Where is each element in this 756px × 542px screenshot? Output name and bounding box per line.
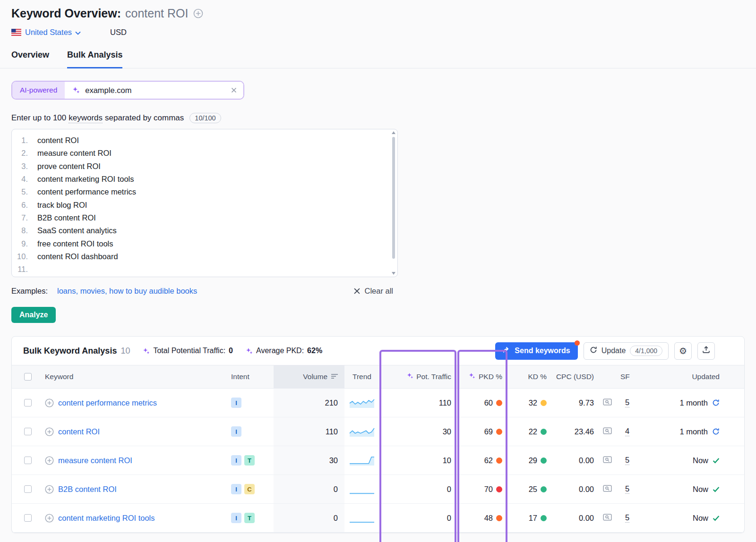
- intent-badge-i: I: [231, 398, 241, 408]
- table-header: Keyword Intent Volume Trend Pot. Traffic…: [12, 365, 744, 389]
- keyword-link[interactable]: content marketing ROI tools: [58, 514, 155, 523]
- page-header: Keyword Overview: content ROI United Sta…: [0, 0, 756, 37]
- sf-value[interactable]: 5: [625, 484, 629, 494]
- kd-value: 17: [529, 514, 537, 523]
- add-keyword-icon[interactable]: [45, 485, 54, 494]
- tab-overview[interactable]: Overview: [11, 50, 49, 68]
- trend-cell: [344, 417, 379, 446]
- clear-input-icon[interactable]: [231, 87, 237, 93]
- panel-header: Bulk Keyword Analysis 10 Total Potential…: [12, 337, 744, 365]
- sf-cell: 5: [618, 475, 639, 503]
- ads-history-icon[interactable]: [603, 398, 612, 407]
- pkd-dot: [496, 457, 502, 464]
- update-button[interactable]: Update 4/1,000: [584, 342, 669, 360]
- col-pot-traffic: Pot. Traffic: [379, 365, 457, 388]
- keyword-link[interactable]: content ROI: [58, 427, 100, 436]
- settings-button[interactable]: ⚙: [674, 342, 692, 360]
- scrollbar[interactable]: [391, 130, 396, 276]
- keyword-link[interactable]: B2B content ROI: [58, 485, 117, 494]
- domain-input[interactable]: example.com: [65, 82, 243, 99]
- scroll-down-arrow[interactable]: [392, 272, 395, 275]
- updated-value: 1 month: [679, 427, 708, 436]
- col-pot-traffic-label: Pot. Traffic: [416, 373, 451, 381]
- pot-traffic-cell: 0: [379, 475, 457, 503]
- keyword-line: 5.content performance metrics: [12, 186, 397, 198]
- add-keyword-icon[interactable]: [45, 514, 54, 523]
- scrollbar-thumb[interactable]: [392, 137, 395, 259]
- keyword-link[interactable]: measure content ROI: [58, 456, 132, 465]
- sf-cell: 4: [618, 417, 639, 446]
- country-selector[interactable]: United States: [25, 28, 81, 37]
- sf-value[interactable]: 4: [625, 427, 629, 436]
- refresh-icon[interactable]: [712, 399, 720, 406]
- kd-value: 29: [529, 456, 537, 465]
- avg-pkd-value: 62%: [307, 347, 322, 355]
- table-body: content performance metrics I 210 110 60…: [12, 389, 744, 533]
- ads-history-icon[interactable]: [603, 485, 612, 494]
- ads-history-icon[interactable]: [603, 456, 612, 465]
- ads-history-icon[interactable]: [603, 514, 612, 523]
- col-pkd-label: PKD %: [479, 373, 502, 381]
- kd-cell: 17: [508, 504, 551, 532]
- add-keyword-icon[interactable]: [45, 456, 54, 465]
- country-label: United States: [25, 28, 72, 37]
- col-updated-label: Updated: [692, 373, 720, 381]
- col-volume[interactable]: Volume: [274, 365, 344, 388]
- row-checkbox[interactable]: [24, 485, 32, 493]
- intent-cell: IT: [231, 504, 274, 532]
- keywords-textarea[interactable]: 1.content ROI2.measure content ROI3.prov…: [11, 129, 398, 277]
- pkd-dot: [496, 515, 502, 521]
- keyword-line: 9.free content ROI tools: [12, 237, 397, 250]
- table-row: B2B content ROI IC 0 0 70 25 0.00 5 Now: [12, 475, 744, 504]
- send-keywords-button[interactable]: Send keywords: [495, 342, 577, 360]
- trend-sparkline: [349, 455, 375, 466]
- kd-dot: [541, 515, 547, 521]
- us-flag-icon: [11, 29, 21, 36]
- kd-cell: 32: [508, 389, 551, 417]
- check-icon: [713, 486, 720, 492]
- ads-history-icon[interactable]: [603, 427, 612, 436]
- pot-traffic-cell: 30: [379, 417, 457, 446]
- pkd-dot: [496, 400, 502, 406]
- trend-sparkline: [349, 483, 375, 495]
- row-checkbox[interactable]: [24, 457, 32, 464]
- updated-cell: Now: [639, 475, 744, 503]
- keywords-term[interactable]: keywords: [69, 113, 103, 123]
- ai-powered-badge: AI-powered: [12, 82, 65, 99]
- sparkle-icon: [143, 347, 150, 355]
- analyze-button[interactable]: Analyze: [11, 307, 56, 323]
- tab-bar: Overview Bulk Analysis: [0, 50, 756, 68]
- col-cpc-label: CPC (USD): [556, 373, 594, 381]
- updated-cell: Now: [639, 446, 744, 474]
- select-all-checkbox[interactable]: [24, 373, 32, 381]
- panel-title: Bulk Keyword Analysis: [23, 346, 117, 356]
- row-checkbox[interactable]: [24, 399, 32, 406]
- add-keyword-icon[interactable]: [45, 398, 54, 407]
- col-cpc: CPC (USD): [551, 365, 597, 388]
- main-content: AI-powered example.com Enter up to 100 k…: [0, 81, 756, 533]
- kd-value: 25: [529, 485, 537, 494]
- updated-cell: 1 month: [639, 389, 744, 417]
- refresh-icon: [590, 346, 597, 356]
- clear-all-button[interactable]: Clear all: [354, 287, 393, 296]
- table-row: content performance metrics I 210 110 60…: [12, 389, 744, 417]
- keyword-line: 4.content marketing ROI tools: [12, 173, 397, 186]
- refresh-icon[interactable]: [712, 428, 720, 435]
- scroll-up-arrow[interactable]: [392, 131, 395, 134]
- col-sf-label: SF: [620, 373, 630, 381]
- keyword-link[interactable]: content performance metrics: [58, 398, 157, 407]
- add-keyword-icon[interactable]: [45, 427, 54, 436]
- sf-value[interactable]: 5: [625, 398, 629, 407]
- tab-bulk-analysis[interactable]: Bulk Analysis: [67, 50, 122, 68]
- row-checkbox[interactable]: [24, 514, 32, 522]
- sf-value[interactable]: 5: [625, 456, 629, 465]
- col-trend: Trend: [344, 365, 379, 388]
- notification-dot: [575, 340, 580, 346]
- sf-value[interactable]: 5: [625, 513, 629, 523]
- export-button[interactable]: [697, 342, 715, 360]
- pot-traffic-cell: 110: [379, 389, 457, 417]
- examples-link[interactable]: loans, movies, how to buy audible books: [57, 287, 197, 296]
- add-to-list-icon[interactable]: [193, 8, 203, 18]
- row-checkbox[interactable]: [24, 428, 32, 435]
- pot-traffic-cell: 10: [379, 446, 457, 474]
